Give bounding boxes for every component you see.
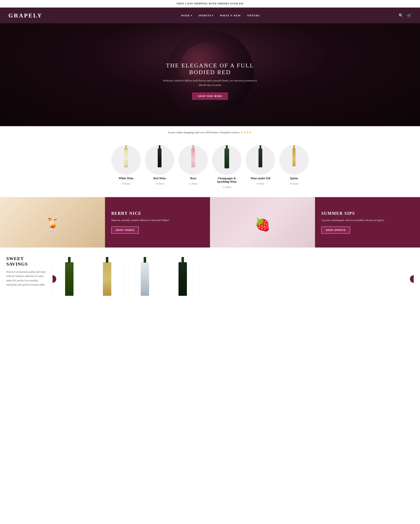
product-bottle-2 [103, 262, 111, 296]
category-circle-spirits [279, 145, 309, 175]
product-card-2[interactable] [90, 256, 124, 302]
category-count-red: 19 Items [155, 182, 164, 185]
category-red-wine[interactable]: Red Wine 19 Items [145, 145, 174, 189]
category-circle-under10 [246, 145, 275, 175]
site-logo[interactable]: GRAPELY [9, 12, 43, 19]
category-name-champ: Champagne & Sparkling Wine [212, 177, 242, 183]
nav-spirits[interactable]: SPIRITS ▾ [198, 14, 214, 17]
nav-offers-label: OFFERS [247, 14, 260, 17]
category-count-champ: 12 Items [222, 186, 231, 189]
bottle-rose [188, 148, 198, 172]
category-count-under10: 6 Items [257, 182, 264, 185]
nav-whats-new[interactable]: WHAT'S NEW [220, 14, 241, 17]
hero-cta-button[interactable]: SHOP RED WINE [192, 92, 228, 100]
category-name-white: White Wine [118, 177, 133, 180]
bottle-white-wine [121, 148, 131, 172]
categories-section: White Wine 19 Items Red Wine 19 Items Ro… [0, 139, 420, 193]
nav-wine-label: WINE [181, 14, 190, 17]
product-bottle-4 [178, 262, 187, 296]
promo-section: 🍹 BERRY NICE Shop our carefully curated … [0, 197, 420, 247]
bottle-spirits [289, 148, 299, 172]
category-under10[interactable]: Wine under $10 6 Items [246, 145, 275, 189]
cart-icon[interactable]: 🛒 [407, 13, 411, 18]
hero-content: THE ELEGANCE OF A FULL BODIED RED Perfec… [158, 58, 262, 104]
sweet-savings-content: SWEET SAVINGS Discover exceptional quali… [6, 256, 414, 302]
promo-berry-text: BERRY NICE Shop our carefully curated co… [105, 197, 210, 247]
hero-title: THE ELEGANCE OF A FULL BODIED RED [162, 62, 258, 76]
nav-wine[interactable]: WINE ▾ [181, 14, 192, 17]
promo-summer-title: SUMMER SIPS [321, 211, 414, 216]
category-name-under10: Wine under $10 [250, 177, 270, 180]
sweet-savings-section: SWEET SAVINGS Discover exceptional quali… [0, 247, 420, 306]
shop-spirits-button[interactable]: SHOP SPIRITS [321, 227, 350, 234]
nav-spirits-label: SPIRITS [198, 14, 211, 17]
product-carousel [52, 256, 414, 302]
category-name-red: Red Wine [154, 177, 166, 180]
product-card-1[interactable] [52, 256, 86, 302]
category-champagne[interactable]: Champagne & Sparkling Wine 12 Items [212, 145, 242, 189]
raspberry-visual: 🍓 [255, 213, 271, 232]
category-name-rose: Rosé [190, 177, 196, 180]
category-rose[interactable]: Rosé 12 Items [178, 145, 208, 189]
carousel-container: ‹ › [52, 256, 414, 302]
search-icon[interactable]: 🔍 [399, 13, 403, 18]
nav-offers[interactable]: OFFERS [247, 14, 260, 17]
sweet-savings-title: SWEET SAVINGS [6, 256, 46, 267]
hero-section: THE ELEGANCE OF A FULL BODIED RED Perfec… [0, 23, 420, 126]
category-name-spirits: Spirits [290, 177, 298, 180]
category-spirits[interactable]: Spirits 48 Items [279, 145, 309, 189]
promo-berry-desc: Shop our carefully curated collection of… [111, 218, 204, 222]
category-circle-white [111, 145, 141, 175]
shop-vodka-button[interactable]: SHOP VODKA [111, 227, 139, 234]
top-banner-text: FREE 2 DAY SHIPPING WITH ORDERS OVER $50 [177, 2, 243, 5]
promo-summer-text: SUMMER SIPS Up your cocktail game with o… [315, 197, 420, 247]
category-white-wine[interactable]: White Wine 19 Items [111, 145, 141, 189]
promo-summer-desc: Up your cocktail game with our incredibl… [321, 218, 414, 222]
trust-bar: Secure online shopping with over 500 Pos… [0, 126, 420, 139]
product-card-4[interactable] [166, 256, 200, 302]
bottle-red-wine [154, 148, 165, 172]
promo-berry-image: 🍹 [0, 197, 105, 247]
category-count-rose: 12 Items [189, 182, 198, 185]
category-count-spirits: 48 Items [289, 182, 298, 185]
promo-summer-sips: 🍓 SUMMER SIPS Up your cocktail game with… [210, 197, 420, 247]
sweet-savings-desc: Discover exceptional quality and value w… [6, 270, 46, 287]
bottle-under10 [255, 148, 266, 172]
product-bottle-1 [65, 262, 73, 296]
hero-subtitle: Perfectly crafted to deliver bold flavor… [162, 79, 258, 87]
nav-whats-new-label: WHAT'S NEW [220, 14, 241, 17]
bottle-champagne [222, 148, 232, 172]
promo-berry-nice: 🍹 BERRY NICE Shop our carefully curated … [0, 197, 210, 247]
promo-berry-title: BERRY NICE [111, 211, 204, 216]
top-banner: FREE 2 DAY SHIPPING WITH ORDERS OVER $50 [0, 0, 420, 8]
nav-wine-chevron: ▾ [191, 14, 192, 17]
nav-spirits-chevron: ▾ [212, 14, 214, 17]
site-header: GRAPELY WINE ▾ SPIRITS ▾ WHAT'S NEW OFFE… [0, 8, 420, 23]
trust-text: Secure online shopping with over 500 Pos… [168, 131, 239, 134]
product-card-3[interactable] [128, 256, 162, 302]
product-bottle-3 [141, 262, 149, 296]
header-icons: 🔍 🛒 [399, 13, 411, 18]
category-count-white: 19 Items [122, 182, 131, 185]
trust-stars: ★★★★ [240, 131, 252, 134]
main-nav: WINE ▾ SPIRITS ▾ WHAT'S NEW OFFERS [181, 14, 260, 17]
category-circle-rose [178, 145, 208, 175]
promo-summer-image: 🍓 [210, 197, 315, 247]
category-circle-champ [212, 145, 242, 175]
sweet-savings-text: SWEET SAVINGS Discover exceptional quali… [6, 256, 52, 287]
category-circle-red [145, 145, 174, 175]
cocktail-visual: 🍹 [45, 213, 61, 232]
